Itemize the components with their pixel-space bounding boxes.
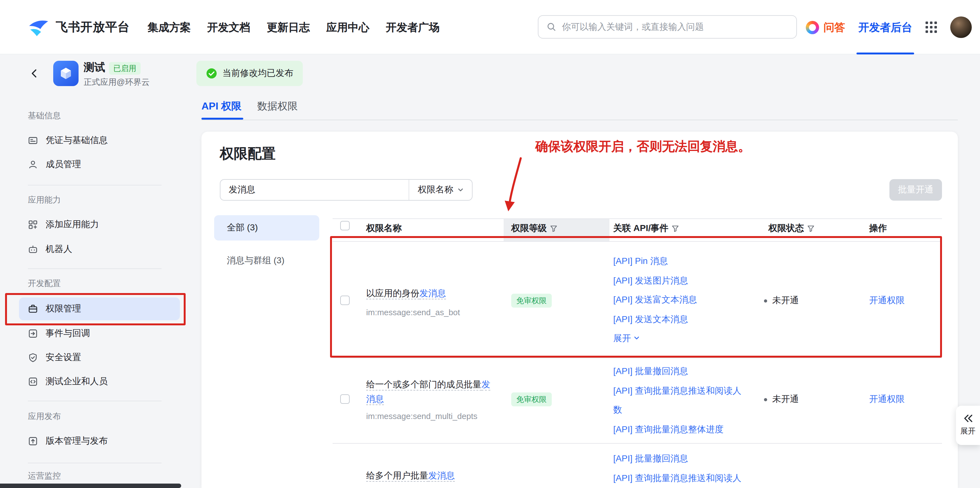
apps-grid-icon[interactable] <box>926 22 937 33</box>
publish-status-banner: 当前修改均已发布 <box>196 61 303 86</box>
sidebar-item-permissions[interactable]: 权限管理 <box>19 298 180 320</box>
sidebar-item-members[interactable]: 成员管理 <box>19 153 180 176</box>
active-tab-underline <box>856 52 914 54</box>
qa-icon <box>806 21 819 34</box>
search-placeholder: 你可以输入关键词，或直接输入问题 <box>562 21 704 33</box>
navbar-right-cluster: 问答 开发者后台 <box>806 0 972 54</box>
sidebar-divider <box>28 463 162 463</box>
header-permission-name: 权限名称 <box>366 223 402 234</box>
api-link[interactable]: [API] 查询批量消息推送和阅读人数 <box>613 381 743 419</box>
header-action: 操作 <box>869 223 887 234</box>
sidebar-item-test-org[interactable]: 测试企业和人员 <box>19 370 180 393</box>
table-header-top-border <box>332 219 942 219</box>
sidebar-item-bot[interactable]: 机器人 <box>19 238 180 261</box>
shield-icon <box>28 353 38 363</box>
annotation-note: 确保该权限开启，否则无法回复消息。 <box>535 138 751 155</box>
category-message-group[interactable]: 消息与群组 (3) <box>214 249 319 272</box>
api-link[interactable]: [API] 发送富文本消息 <box>613 290 743 309</box>
status-cell: 未开通 <box>764 394 799 405</box>
filter-funnel-icon[interactable] <box>671 225 679 232</box>
expand-panel-label: 展开 <box>960 426 975 437</box>
tab-api-permissions[interactable]: API 权限 <box>202 100 241 113</box>
permission-search-input[interactable]: 发消息 <box>220 180 409 200</box>
chevron-left-icon <box>29 68 40 79</box>
nav-item-integration[interactable]: 集成方案 <box>148 20 191 35</box>
status-cell: 未开通 <box>764 295 799 306</box>
table-header-bottom-border <box>332 241 942 242</box>
api-link[interactable]: [API] 查询批量消息整体进度 <box>613 419 743 439</box>
user-avatar[interactable] <box>950 16 972 38</box>
bot-icon <box>28 244 38 254</box>
permission-name-cell: 给一个或多个部门的成员批量发消息 im:message:send_multi_d… <box>366 377 490 423</box>
sidebar-item-events[interactable]: 事件与回调 <box>19 322 180 345</box>
page-body: 测试 已启用 正式应用@环界云 当前修改均已发布 基础信息 凭证与基础信息 成员… <box>0 54 980 488</box>
api-link[interactable]: [API] 发送图片消息 <box>613 271 743 290</box>
nav-item-developer-plaza[interactable]: 开发者广场 <box>386 20 440 35</box>
tab-data-permissions[interactable]: 数据权限 <box>257 100 298 113</box>
permission-name[interactable]: 给一个或多个部门的成员批量发消息 <box>366 379 490 404</box>
category-all[interactable]: 全部 (3) <box>214 215 319 241</box>
enable-permission-link[interactable]: 开通权限 <box>869 295 905 306</box>
permission-name-cell: 以应用的身份发消息 im:message:send_as_bot <box>366 286 490 320</box>
sidebar-section-release: 应用发布 <box>28 411 167 422</box>
select-all-checkbox[interactable] <box>340 221 350 230</box>
sidebar-item-add-capability[interactable]: 添加应用能力 <box>19 213 180 236</box>
api-link[interactable]: [API] 批量撤回消息 <box>613 361 743 381</box>
chevron-down-icon <box>457 187 463 193</box>
row-checkbox[interactable] <box>340 296 350 305</box>
nav-item-changelog[interactable]: 更新日志 <box>267 20 310 35</box>
sidebar-section-basic-info: 基础信息 <box>28 110 167 122</box>
sidebar-item-credentials[interactable]: 凭证与基础信息 <box>19 129 180 152</box>
level-badge: 免审权限 <box>511 393 552 406</box>
app-status-badge: 已启用 <box>109 62 141 75</box>
enable-permission-link[interactable]: 开通权限 <box>869 394 905 405</box>
row-checkbox[interactable] <box>340 395 350 404</box>
header-related-api: 关联 API/事件 <box>613 223 679 234</box>
sidebar-divider <box>28 268 162 269</box>
global-search-input[interactable]: 你可以输入关键词，或直接输入问题 <box>538 15 797 39</box>
row-divider <box>332 443 942 444</box>
tab-bottom-border <box>202 120 958 120</box>
top-navbar: 飞书开放平台 集成方案 开发文档 更新日志 应用中心 开发者广场 你可以输入关键… <box>0 0 980 54</box>
chevron-down-icon <box>633 335 640 341</box>
nav-item-docs[interactable]: 开发文档 <box>207 20 250 35</box>
page-title: 权限配置 <box>220 144 275 163</box>
api-link[interactable]: [API] 发送文本消息 <box>613 309 743 328</box>
app-subtitle: 正式应用@环界云 <box>84 77 150 88</box>
filter-funnel-icon[interactable] <box>807 225 815 232</box>
api-list: [API] 批量撤回消息 [API] 查询批量消息推送和阅读人数 <box>613 449 743 488</box>
api-link[interactable]: [API] Pin 消息 <box>613 251 743 271</box>
publish-banner-text: 当前修改均已发布 <box>222 68 293 79</box>
back-button[interactable] <box>27 66 42 81</box>
sidebar-item-version-release[interactable]: 版本管理与发布 <box>19 430 180 453</box>
release-icon <box>28 436 38 446</box>
sidebar-item-security[interactable]: 安全设置 <box>19 346 180 369</box>
bottom-scrollbar[interactable] <box>0 483 181 488</box>
permission-name[interactable]: 以应用的身份发消息 <box>366 288 446 298</box>
code-icon <box>28 377 38 387</box>
expand-panel-button[interactable]: 展开 <box>956 406 980 445</box>
search-icon <box>547 22 556 32</box>
console-label: 开发者后台 <box>858 20 912 35</box>
search-filter-dropdown[interactable]: 权限名称 <box>409 180 472 200</box>
batch-enable-button[interactable]: 批量开通 <box>889 179 942 201</box>
row-divider <box>332 358 942 358</box>
api-list: [API] 批量撤回消息 [API] 查询批量消息推送和阅读人数 [API] 查… <box>613 361 743 439</box>
filter-funnel-icon[interactable] <box>550 225 557 232</box>
api-link[interactable]: [API] 查询批量消息推送和阅读人数 <box>613 468 743 488</box>
check-circle-icon <box>206 68 217 79</box>
header-permission-level: 权限等级 <box>511 223 557 234</box>
feishu-open-platform-console: 飞书开放平台 集成方案 开发文档 更新日志 应用中心 开发者广场 你可以输入关键… <box>0 0 980 488</box>
brand[interactable]: 飞书开放平台 <box>28 0 130 54</box>
api-link[interactable]: [API] 批量撤回消息 <box>613 449 743 468</box>
permission-config-card: 权限配置 确保该权限开启，否则无法回复消息。 发消息 权限名称 批量开通 全部 … <box>202 132 958 488</box>
feishu-logo-icon <box>28 18 49 37</box>
event-callback-icon <box>28 328 38 339</box>
permission-name-cell: 给多个用户批量发消息 <box>366 468 490 483</box>
expand-api-list-link[interactable]: 展开 <box>613 328 743 348</box>
nav-item-app-center[interactable]: 应用中心 <box>326 20 369 35</box>
qa-link[interactable]: 问答 <box>806 20 845 35</box>
credential-icon <box>28 135 38 146</box>
console-tab[interactable]: 开发者后台 <box>858 0 912 54</box>
permission-name[interactable]: 给多个用户批量发消息 <box>366 470 455 480</box>
